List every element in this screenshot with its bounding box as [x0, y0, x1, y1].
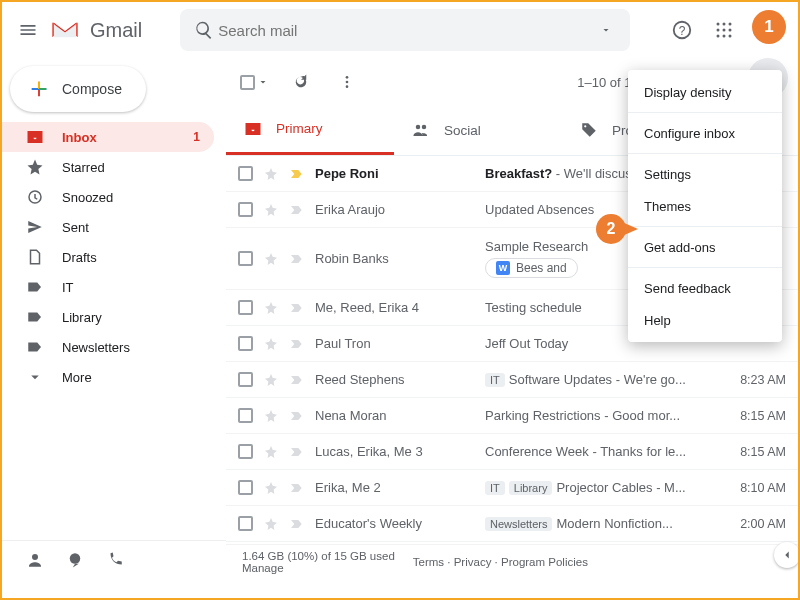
callout-1: 1 — [752, 10, 786, 44]
settings-menu-item[interactable]: Display density — [628, 76, 782, 108]
sidebar-item-sent[interactable]: Sent — [2, 212, 214, 242]
manage-link[interactable]: Manage — [242, 562, 284, 574]
tab-primary[interactable]: Primary — [226, 105, 394, 155]
help-icon[interactable]: ? — [668, 16, 696, 44]
sidebar-item-it[interactable]: IT — [2, 272, 214, 302]
table-row[interactable]: Educator's WeeklyNewslettersModern Nonfi… — [226, 506, 798, 542]
svg-point-9 — [723, 35, 726, 38]
settings-menu: Display density Configure inbox Settings… — [628, 70, 782, 342]
privacy-link[interactable]: Privacy — [454, 556, 492, 568]
row-checkbox[interactable] — [238, 516, 253, 531]
mail-time: 8:23 AM — [720, 373, 786, 387]
svg-point-10 — [729, 35, 732, 38]
row-checkbox[interactable] — [238, 336, 253, 351]
importance-icon[interactable] — [289, 480, 305, 496]
importance-icon[interactable] — [289, 408, 305, 424]
star-icon[interactable] — [263, 372, 279, 388]
row-checkbox[interactable] — [238, 480, 253, 495]
settings-menu-item[interactable]: Send feedback — [628, 272, 782, 304]
table-row[interactable]: Erika, Me 2ITLibraryProjector Cables - M… — [226, 470, 798, 506]
callout-label: 2 — [607, 220, 616, 238]
importance-icon[interactable] — [289, 444, 305, 460]
tab-label: Primary — [276, 121, 323, 136]
search-options-button[interactable] — [592, 16, 620, 44]
sidebar-bottom-bar — [2, 540, 226, 578]
sidebar-item-label: Sent — [62, 220, 89, 235]
importance-icon[interactable] — [289, 336, 305, 352]
search-icon[interactable] — [190, 16, 218, 44]
file-icon — [26, 248, 44, 266]
svg-point-6 — [723, 29, 726, 32]
storage-info: 1.64 GB (10%) of 15 GB used Manage — [242, 550, 395, 574]
main-menu-button[interactable] — [14, 16, 42, 44]
sidebar-item-drafts[interactable]: Drafts — [2, 242, 214, 272]
settings-menu-item[interactable]: Help — [628, 304, 782, 336]
sidebar-item-inbox[interactable]: Inbox 1 — [2, 122, 214, 152]
hangouts-icon[interactable] — [66, 551, 84, 569]
more-button[interactable] — [333, 68, 361, 96]
star-icon[interactable] — [263, 480, 279, 496]
star-icon[interactable] — [263, 251, 279, 267]
star-icon[interactable] — [263, 516, 279, 532]
compose-button[interactable]: Compose — [10, 66, 146, 112]
table-row[interactable]: Reed StephensITSoftware Updates - We're … — [226, 362, 798, 398]
svg-point-8 — [717, 35, 720, 38]
contacts-icon[interactable] — [26, 551, 44, 569]
settings-menu-item[interactable]: Configure inbox — [628, 117, 782, 149]
row-checkbox[interactable] — [238, 408, 253, 423]
settings-menu-item[interactable]: Get add-ons — [628, 231, 782, 263]
table-row[interactable]: Nena MoranParking Restrictions - Good mo… — [226, 398, 798, 434]
star-icon[interactable] — [263, 166, 279, 182]
settings-menu-item[interactable]: Themes — [628, 190, 782, 222]
sidebar-item-newsletters[interactable]: Newsletters — [2, 332, 214, 362]
row-checkbox[interactable] — [238, 251, 253, 266]
sidebar-item-library[interactable]: Library — [2, 302, 214, 332]
star-icon[interactable] — [263, 408, 279, 424]
tag-icon — [580, 121, 598, 139]
mail-sender: Erika Araujo — [315, 202, 475, 217]
svg-point-2 — [717, 23, 720, 26]
importance-icon[interactable] — [289, 516, 305, 532]
importance-icon[interactable] — [289, 372, 305, 388]
mail-time: 8:15 AM — [720, 409, 786, 423]
sidebar-item-snoozed[interactable]: Snoozed — [2, 182, 214, 212]
settings-menu-item[interactable]: Settings — [628, 158, 782, 190]
svg-point-5 — [717, 29, 720, 32]
star-icon[interactable] — [263, 444, 279, 460]
star-icon[interactable] — [263, 300, 279, 316]
refresh-button[interactable] — [287, 68, 315, 96]
row-checkbox[interactable] — [238, 166, 253, 181]
gmail-logo-icon — [50, 19, 80, 41]
terms-link[interactable]: Terms — [413, 556, 444, 568]
star-icon[interactable] — [263, 336, 279, 352]
sidebar-item-label: Newsletters — [62, 340, 130, 355]
nav-list: Inbox 1 Starred Snoozed Sent Drafts I — [2, 122, 226, 392]
importance-icon[interactable] — [289, 300, 305, 316]
row-checkbox[interactable] — [238, 372, 253, 387]
attachment-chip[interactable]: WBees and — [485, 258, 578, 278]
importance-icon[interactable] — [289, 251, 305, 267]
importance-icon[interactable] — [289, 202, 305, 218]
search-input[interactable] — [218, 22, 592, 39]
svg-point-14 — [346, 81, 349, 84]
apps-grid-icon[interactable] — [710, 16, 738, 44]
search-bar[interactable] — [180, 9, 630, 51]
row-checkbox[interactable] — [238, 202, 253, 217]
sidebar-item-more[interactable]: More — [2, 362, 214, 392]
sidebar-item-starred[interactable]: Starred — [2, 152, 214, 182]
importance-icon[interactable] — [289, 166, 305, 182]
mail-sender: Paul Tron — [315, 336, 475, 351]
clock-icon — [26, 188, 44, 206]
row-checkbox[interactable] — [238, 300, 253, 315]
mail-time: 2:00 AM — [720, 517, 786, 531]
row-checkbox[interactable] — [238, 444, 253, 459]
label-icon — [26, 308, 44, 326]
select-all-checkbox[interactable] — [240, 75, 269, 90]
star-icon[interactable] — [263, 202, 279, 218]
plus-icon — [28, 78, 50, 100]
policies-link[interactable]: Program Policies — [501, 556, 588, 568]
side-panel-toggle[interactable] — [774, 542, 800, 568]
table-row[interactable]: Lucas, Erika, Me 3Conference Week - Than… — [226, 434, 798, 470]
phone-icon[interactable] — [106, 551, 124, 569]
tab-social[interactable]: Social — [394, 105, 562, 155]
